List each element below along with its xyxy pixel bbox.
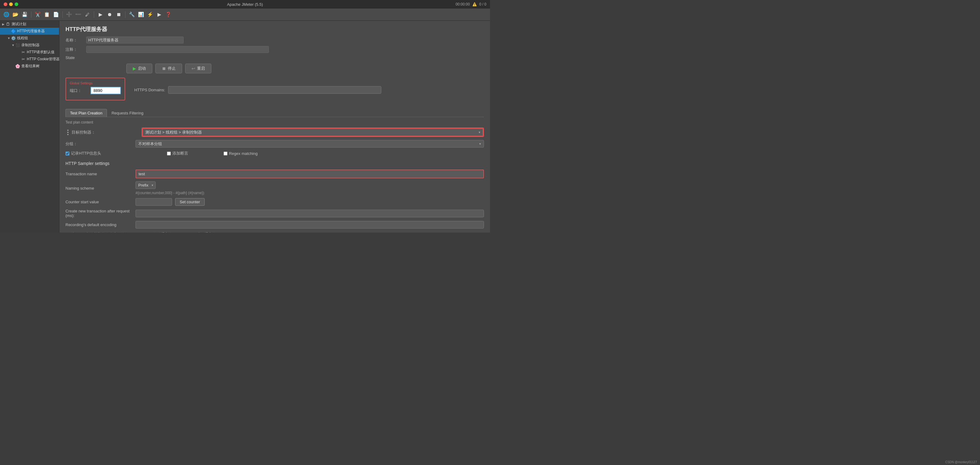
toolbar-icon-record[interactable]: ⏺ — [106, 11, 114, 19]
maximize-button[interactable] — [14, 2, 18, 6]
toolbar-separator-4 — [125, 11, 126, 18]
http-proxy-icon: 🔷 — [11, 29, 16, 34]
global-settings-title: Global Settings — [70, 81, 121, 85]
comment-label: 注释： — [65, 47, 84, 52]
comment-input[interactable] — [86, 46, 269, 53]
toolbar-icon-remove[interactable]: ➖ — [74, 11, 82, 19]
test-plan-icon: 🗒 — [5, 22, 10, 27]
tab-bar: Test Plan Creation Requests Filtering — [65, 109, 484, 117]
regex-matching-checkbox[interactable] — [224, 152, 228, 156]
naming-hint: #{counter,number,000} - #{path} (#{name}… — [135, 191, 484, 195]
follow-redirect-label: 跟随重定向 — [196, 232, 216, 233]
naming-scheme-row: Naming scheme Prefix #{counter,number,00… — [65, 181, 484, 195]
content-area: HTTP代理服务器 名称： 注释： State ▶ 启动 ⏹ 停止 — [59, 21, 490, 233]
auto-redirect-label: 自动重定向 — [153, 232, 173, 233]
create-transaction-label: Create new transaction after request (ms… — [65, 209, 132, 218]
stop-button[interactable]: ⏹ 停止 — [155, 63, 182, 73]
sidebar-label-test-plan: 测试计划 — [11, 22, 26, 27]
toolbar-icon-tool3[interactable]: ⚡ — [146, 11, 154, 19]
tree-arrow-http-defaults — [16, 50, 21, 54]
titlebar: Apache JMeter (5.5) 00:00:00 ⚠️ 0 / 0 — [0, 0, 490, 8]
toolbar-icon-run[interactable]: ▶ — [97, 11, 105, 19]
toolbar-icon-paste[interactable]: 📄 — [52, 11, 60, 19]
name-row: 名称： — [65, 37, 484, 43]
toolbar-icon-tool1[interactable]: 🔧 — [128, 11, 136, 19]
close-button[interactable] — [4, 2, 7, 6]
toolbar-icon-add[interactable]: ➕ — [65, 11, 73, 19]
port-label: 端口： — [70, 88, 88, 94]
sampler-title: HTTP Sampler settings — [65, 161, 484, 166]
restart-button[interactable]: ↩ 重启 — [185, 63, 212, 73]
tab-test-plan-creation[interactable]: Test Plan Creation — [65, 109, 107, 117]
toolbar-separator-2 — [62, 11, 63, 18]
https-label: HTTPS Domains: — [134, 88, 165, 92]
resources-row: 从HTML文件获取所有内容的资源 自动重定向 跟随重定向 — [65, 232, 484, 233]
toolbar-icon-cut[interactable]: ✂️ — [34, 11, 42, 19]
toolbar-icon-tool4[interactable]: ▶ — [155, 11, 163, 19]
counter-start-label: Counter start value — [65, 200, 132, 204]
time-area: 00:00:00 ⚠️ 0 / 0 — [456, 2, 486, 6]
target-controller-select[interactable]: 测试计划 > 线程组 > 录制控制器 — [142, 128, 483, 136]
sidebar-item-recording-ctrl[interactable]: ▼ ⬛ 录制控制器 — [0, 42, 59, 49]
transaction-name-row: Transaction name — [65, 170, 484, 178]
toolbar-icon-open[interactable]: 📂 — [11, 11, 19, 19]
sidebar: ▶ 🗒 测试计划 🔷 HTTP代理服务器 ▼ ⚙️ 线程组 ▼ ⬛ 录制控制器 … — [0, 21, 59, 233]
toolbar-icon-edit[interactable]: 🖊 — [83, 11, 91, 19]
tree-arrow-recording-ctrl: ▼ — [11, 43, 15, 48]
regex-matching-item: Regex matching — [224, 151, 258, 156]
fetch-resources-label: 从HTML文件获取所有内容的资源 — [71, 232, 129, 233]
sidebar-label-recording-ctrl: 录制控制器 — [21, 43, 40, 48]
view-results-icon: 🌸 — [15, 64, 20, 69]
naming-scheme-select[interactable]: Prefix — [135, 181, 156, 189]
grouping-select[interactable]: 不对样本分组 — [135, 140, 484, 148]
create-transaction-row: Create new transaction after request (ms… — [65, 209, 484, 218]
tab-requests-filtering[interactable]: Requests Filtering — [107, 109, 148, 117]
counter-start-input[interactable] — [135, 198, 172, 206]
add-assertion-checkbox[interactable] — [167, 152, 171, 156]
port-input[interactable] — [91, 87, 121, 94]
restart-icon: ↩ — [192, 66, 195, 71]
toolbar-icon-globe[interactable]: 🌐 — [2, 11, 10, 19]
tree-arrow-test-plan: ▶ — [1, 22, 5, 27]
toolbar: 🌐 📂 💾 ✂️ 📋 📄 ➕ ➖ 🖊 ▶ ⏺ ⏹ 🔧 📊 ⚡ ▶ ❓ — [0, 8, 490, 21]
encoding-input[interactable] — [135, 221, 484, 229]
tree-arrow-http-proxy — [7, 29, 11, 33]
toolbar-icon-save[interactable]: 💾 — [21, 11, 29, 19]
https-input[interactable] — [168, 86, 381, 94]
global-settings-box: Global Settings 端口： — [65, 78, 125, 100]
sidebar-label-http-cookie: HTTP Cookie管理器 — [27, 57, 59, 62]
sidebar-item-http-proxy[interactable]: 🔷 HTTP代理服务器 — [0, 28, 59, 35]
sidebar-label-http-defaults: HTTP请求默认值 — [27, 49, 54, 55]
transaction-name-input[interactable] — [135, 170, 484, 178]
sidebar-item-view-results[interactable]: 🌸 查看结果树 — [0, 63, 59, 70]
toolbar-icon-stop[interactable]: ⏹ — [115, 11, 123, 19]
toolbar-icon-copy[interactable]: 📋 — [43, 11, 51, 19]
http-defaults-icon: ✂ — [21, 50, 25, 55]
stop-icon: ⏹ — [162, 66, 166, 71]
traffic-lights — [4, 2, 18, 6]
port-row: 端口： — [70, 87, 121, 94]
create-transaction-input[interactable] — [135, 209, 484, 217]
tree-arrow-http-cookie — [16, 57, 21, 62]
grouping-label: 分组： — [65, 141, 132, 147]
sidebar-label-http-proxy: HTTP代理服务器 — [17, 29, 45, 34]
start-button[interactable]: ▶ 启动 — [126, 63, 152, 73]
record-http-header-checkbox[interactable] — [65, 152, 70, 156]
add-assertion-label: 添加断言 — [172, 151, 188, 156]
toolbar-icon-tool2[interactable]: 📊 — [137, 11, 145, 19]
minimize-button[interactable] — [9, 2, 13, 6]
target-controller-section: 目标控制器： 测试计划 > 线程组 > 录制控制器 — [65, 127, 484, 137]
auto-redirect-item: 自动重定向 — [147, 232, 173, 233]
toolbar-icon-help[interactable]: ❓ — [164, 11, 172, 19]
sidebar-item-test-plan[interactable]: ▶ 🗒 测试计划 — [0, 21, 59, 28]
name-input[interactable] — [86, 37, 184, 43]
naming-scheme-label: Naming scheme — [65, 186, 132, 190]
set-counter-button[interactable]: Set counter — [175, 198, 205, 206]
sidebar-item-http-defaults[interactable]: ✂ HTTP请求默认值 — [0, 49, 59, 56]
sidebar-item-thread-group[interactable]: ▼ ⚙️ 线程组 — [0, 35, 59, 42]
encoding-row: Recording's default encoding — [65, 221, 484, 229]
counter-start-row: Counter start value Set counter — [65, 198, 484, 206]
drag-handle[interactable] — [65, 130, 70, 135]
comment-row: 注释： — [65, 46, 484, 53]
sidebar-item-http-cookie[interactable]: ✂ HTTP Cookie管理器 — [0, 56, 59, 63]
